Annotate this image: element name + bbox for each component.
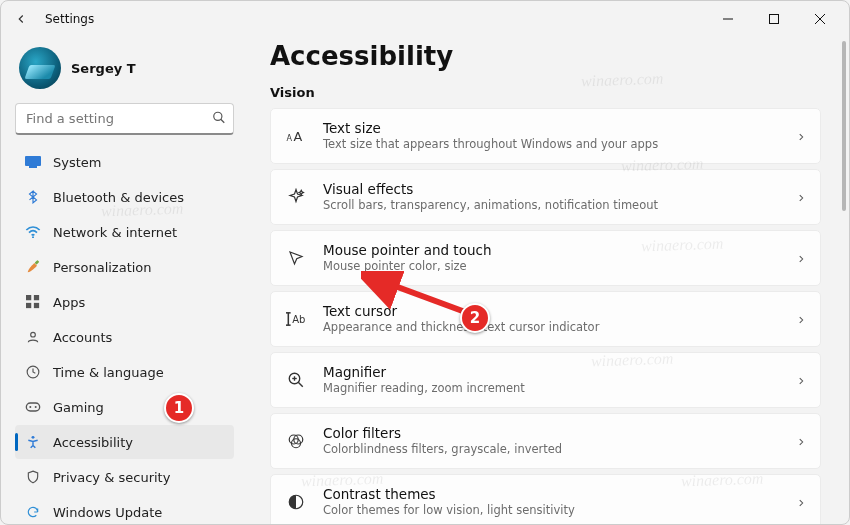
chevron-right-icon: [796, 188, 806, 207]
card-color-filters[interactable]: Color filters Colorblindness filters, gr…: [270, 413, 821, 469]
sidebar-item-label: Privacy & security: [53, 470, 170, 485]
back-arrow-icon: [14, 12, 28, 26]
window-title: Settings: [45, 12, 94, 26]
card-title: Magnifier: [323, 364, 525, 380]
wifi-icon: [25, 224, 41, 240]
svg-rect-14: [26, 403, 39, 411]
chevron-right-icon: [796, 249, 806, 268]
accounts-icon: [25, 329, 41, 345]
svg-line-3: [221, 119, 225, 123]
svg-point-6: [32, 236, 34, 238]
sidebar-item-label: Windows Update: [53, 505, 162, 520]
card-visual-effects[interactable]: Visual effects Scroll bars, transparency…: [270, 169, 821, 225]
maximize-button[interactable]: [751, 3, 797, 35]
text-cursor-icon: Ab: [285, 308, 307, 330]
svg-rect-9: [34, 295, 39, 300]
sidebar-item-privacy[interactable]: Privacy & security: [15, 460, 234, 494]
user-account-row[interactable]: Sergey T: [15, 43, 234, 101]
update-icon: [25, 504, 41, 520]
sidebar-item-personalization[interactable]: Personalization: [15, 250, 234, 284]
svg-rect-7: [35, 260, 40, 265]
card-title: Text size: [323, 120, 658, 136]
chevron-right-icon: [796, 432, 806, 451]
back-button[interactable]: [7, 5, 35, 33]
sidebar-item-system[interactable]: System: [15, 145, 234, 179]
contrast-icon: [285, 491, 307, 513]
card-desc: Magnifier reading, zoom increment: [323, 381, 525, 396]
svg-point-2: [214, 112, 222, 120]
paintbrush-icon: [25, 259, 41, 275]
search-wrap: [15, 103, 234, 135]
chevron-right-icon: [796, 371, 806, 390]
annotation-marker-2: 2: [460, 303, 490, 333]
avatar: [19, 47, 61, 89]
card-text-cursor[interactable]: Ab Text cursor Appearance and thickness,…: [270, 291, 821, 347]
svg-rect-4: [25, 156, 41, 166]
svg-text:A: A: [294, 129, 303, 144]
card-desc: Mouse pointer color, size: [323, 259, 491, 274]
card-title: Mouse pointer and touch: [323, 242, 491, 258]
nav: System Bluetooth & devices Network & int…: [15, 145, 234, 525]
card-magnifier[interactable]: Magnifier Magnifier reading, zoom increm…: [270, 352, 821, 408]
sidebar-item-label: Apps: [53, 295, 85, 310]
sidebar-item-apps[interactable]: Apps: [15, 285, 234, 319]
svg-text:Ab: Ab: [292, 314, 305, 325]
card-title: Contrast themes: [323, 486, 575, 502]
card-title: Visual effects: [323, 181, 658, 197]
sidebar-item-windows-update[interactable]: Windows Update: [15, 495, 234, 525]
close-button[interactable]: [797, 3, 843, 35]
svg-point-16: [35, 406, 37, 408]
svg-rect-1: [770, 15, 779, 24]
svg-rect-10: [26, 303, 31, 308]
chevron-right-icon: [796, 493, 806, 512]
main-content: Accessibility Vision AA Text size Text s…: [246, 37, 849, 524]
svg-point-12: [31, 332, 36, 337]
bluetooth-icon: [25, 189, 41, 205]
sidebar-item-label: Time & language: [53, 365, 164, 380]
sidebar-item-accounts[interactable]: Accounts: [15, 320, 234, 354]
sidebar-item-network[interactable]: Network & internet: [15, 215, 234, 249]
system-icon: [25, 154, 41, 170]
minimize-button[interactable]: [705, 3, 751, 35]
chevron-right-icon: [796, 127, 806, 146]
sidebar-item-label: Gaming: [53, 400, 104, 415]
gaming-icon: [25, 399, 41, 415]
svg-text:A: A: [286, 134, 292, 143]
apps-icon: [25, 294, 41, 310]
vertical-scrollbar[interactable]: [842, 41, 846, 211]
settings-window: Settings Sergey T: [0, 0, 850, 525]
card-desc: Color themes for low vision, light sensi…: [323, 503, 575, 518]
annotation-marker-1: 1: [164, 393, 194, 423]
svg-line-25: [298, 382, 303, 387]
shield-icon: [25, 469, 41, 485]
svg-point-17: [32, 436, 35, 439]
card-desc: Colorblindness filters, grayscale, inver…: [323, 442, 562, 457]
window-controls: [705, 3, 843, 35]
sidebar-item-label: Bluetooth & devices: [53, 190, 184, 205]
svg-rect-11: [34, 303, 39, 308]
card-text-size[interactable]: AA Text size Text size that appears thro…: [270, 108, 821, 164]
card-desc: Text size that appears throughout Window…: [323, 137, 658, 152]
svg-rect-8: [26, 295, 31, 300]
close-icon: [815, 14, 825, 24]
color-filter-icon: [285, 430, 307, 452]
sidebar: Sergey T System Bluetooth & devices: [1, 37, 246, 524]
sidebar-item-time-language[interactable]: Time & language: [15, 355, 234, 389]
maximize-icon: [769, 14, 779, 24]
sidebar-item-label: Network & internet: [53, 225, 177, 240]
accessibility-icon: [25, 434, 41, 450]
card-contrast-themes[interactable]: Contrast themes Color themes for low vis…: [270, 474, 821, 524]
card-mouse-pointer[interactable]: Mouse pointer and touch Mouse pointer co…: [270, 230, 821, 286]
sidebar-item-bluetooth[interactable]: Bluetooth & devices: [15, 180, 234, 214]
card-desc: Scroll bars, transparency, animations, n…: [323, 198, 658, 213]
search-input[interactable]: [15, 103, 234, 135]
sidebar-item-label: Accessibility: [53, 435, 133, 450]
sidebar-item-gaming[interactable]: Gaming: [15, 390, 234, 424]
text-size-icon: AA: [285, 125, 307, 147]
sparkle-icon: [285, 186, 307, 208]
sidebar-item-accessibility[interactable]: Accessibility: [15, 425, 234, 459]
user-name: Sergey T: [71, 61, 136, 76]
page-title: Accessibility: [270, 41, 821, 71]
svg-point-15: [29, 406, 31, 408]
clock-icon: [25, 364, 41, 380]
